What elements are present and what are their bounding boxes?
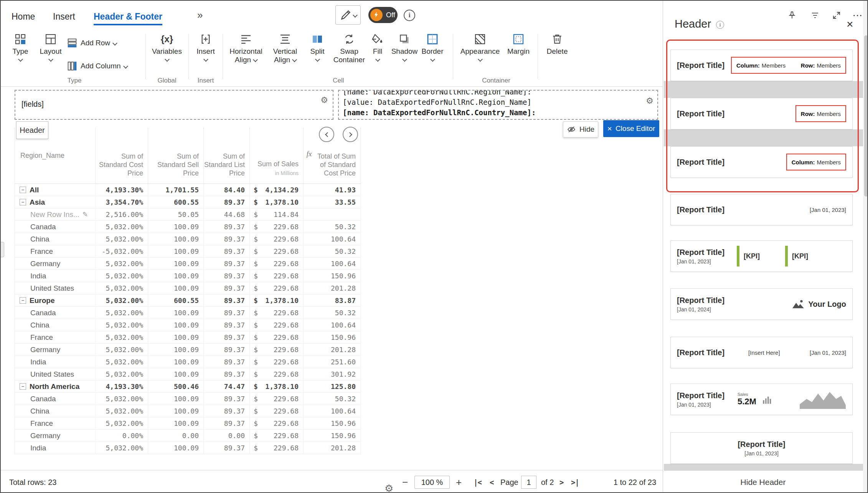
value-cell[interactable]: 89.37 [204,368,250,380]
value-cell[interactable]: $229.68 [250,430,304,442]
value-cell[interactable]: 201.28 [315,344,361,356]
swap-container-button[interactable]: SwapContainer [332,33,367,64]
table-row[interactable]: China5,032.00%100.0989.37$229.68100.64 [15,405,361,417]
row-header-cell[interactable]: France [15,331,96,343]
table-row[interactable]: China5,032.00%100.0989.37$229.68100.64 [15,319,361,331]
row-header-cell[interactable]: India [15,356,96,368]
row-header-cell[interactable]: India [15,442,96,454]
value-cell[interactable]: 100.09 [148,344,204,356]
hide-header-button[interactable]: Hide Header [663,471,863,493]
table-row[interactable]: New Row Ins...✎2,516.00%50.0544.68$114.8… [15,208,361,221]
value-cell[interactable]: 89.37 [204,245,250,257]
value-cell[interactable]: 0.00% [96,430,148,442]
value-cell[interactable]: 100.09 [148,233,204,245]
value-cell[interactable]: 89.37 [204,344,250,356]
value-cell[interactable]: $229.68 [250,417,304,429]
page-input[interactable] [521,476,536,489]
zoom-out-button[interactable]: − [402,470,408,493]
row-header-cell[interactable]: China [15,405,96,417]
table-row[interactable]: United States5,032.00%100.0989.37$229.68… [15,282,361,294]
value-cell[interactable]: 5,032.00% [96,344,148,356]
value-cell[interactable]: 5,032.00% [96,307,148,319]
value-cell[interactable]: $4,134.29 [250,184,304,196]
value-cell[interactable]: 150.96 [315,270,361,282]
value-cell[interactable]: 50.32 [315,221,361,233]
value-cell[interactable]: 100.64 [315,233,361,245]
split-button[interactable]: Split [305,33,330,61]
table-row[interactable]: Germany5,032.00%100.0989.37$229.68201.28 [15,344,361,356]
value-cell[interactable]: 5,032.00% [96,405,148,417]
border-button[interactable]: Border [420,33,445,61]
table-row[interactable]: United States5,032.00%100.0989.37$229.68… [15,368,361,381]
value-cell[interactable]: 4,193.30% [96,381,148,392]
value-cell[interactable]: $229.68 [250,393,304,405]
preview-toggle[interactable]: Off [368,7,398,23]
value-cell[interactable]: 150.96 [315,417,361,429]
value-cell[interactable]: 600.55 [148,294,204,306]
table-row[interactable]: Germany5,032.00%100.0989.37$229.68100.64 [15,258,361,270]
row-header-cell[interactable]: China [15,319,96,331]
value-cell[interactable]: 89.37 [204,282,250,294]
ribbon-overflow-icon[interactable]: » [197,9,203,21]
table-row[interactable]: India5,032.00%100.0989.37$229.68201.28 [15,442,361,454]
column-header-cost[interactable]: Sum of Standard Cost Price [96,127,148,184]
value-cell[interactable]: 5,032.00% [96,417,148,429]
table-row[interactable]: Canada5,032.00%100.0989.37$229.6850.32 [15,221,361,233]
value-cell[interactable]: 100.09 [148,368,204,380]
value-cell[interactable]: 5,032.00% [96,221,148,233]
value-cell[interactable] [315,208,361,220]
value-cell[interactable]: 33.55 [315,196,361,208]
value-cell[interactable]: 5,032.00% [96,282,148,294]
value-cell[interactable]: $114.84 [250,208,304,220]
collapse-icon[interactable]: − [20,297,26,304]
row-header-cell[interactable]: France [15,245,96,257]
value-cell[interactable]: 89.37 [204,196,250,208]
row-header-cell[interactable]: United States [15,368,96,380]
value-cell[interactable]: $229.68 [250,368,304,380]
value-cell[interactable]: 100.09 [148,282,204,294]
header-template-card[interactable]: [Report Title] [Jan 01, 2023] [670,194,853,225]
next-section-button[interactable] [343,127,358,142]
more-options-icon[interactable]: ··· [852,9,864,22]
table-row[interactable]: −Europe5,032.00%600.5589.37$1,378.1083.8… [15,294,361,307]
expand-icon[interactable] [830,9,843,22]
tab-home[interactable]: Home [12,8,35,25]
value-cell[interactable]: 100.09 [148,356,204,368]
value-cell[interactable]: $229.68 [250,344,304,356]
value-cell[interactable]: 89.37 [204,442,250,454]
value-cell[interactable]: $229.68 [250,319,304,331]
value-cell[interactable]: 50.32 [315,393,361,405]
value-cell[interactable]: 100.09 [148,258,204,270]
table-row[interactable]: −North America4,193.30%500.4674.47$1,378… [15,381,361,393]
tab-insert[interactable]: Insert [53,8,75,25]
value-cell[interactable]: 500.46 [148,381,204,392]
add-column-button[interactable]: Add Column [67,58,127,74]
type-button[interactable]: Type [8,33,33,61]
prev-section-button[interactable] [319,127,334,142]
pin-icon[interactable] [786,9,798,22]
gear-icon[interactable]: ⚙ [320,96,328,104]
value-cell[interactable]: 100.09 [148,221,204,233]
fx-indicator-icon[interactable]: fx [304,127,315,184]
value-cell[interactable]: 5,032.00% [96,319,148,331]
column-header-sell[interactable]: Sum of Standard Sell Price [148,127,204,184]
collapse-icon[interactable]: − [20,199,26,205]
header-template-card[interactable]: [Report Title] [Jan 01, 2023] Sales 5.2M [670,384,853,415]
value-cell[interactable]: 5,032.00% [96,233,148,245]
value-cell[interactable]: 100.09 [148,442,204,454]
value-cell[interactable]: 301.92 [315,368,361,380]
scrollbar-thumb[interactable] [864,35,868,197]
table-row[interactable]: France5,032.00%100.0989.37$229.68150.96 [15,417,361,430]
value-cell[interactable]: 100.09 [148,393,204,405]
value-cell[interactable]: 83.87 [315,294,361,306]
value-cell[interactable]: $229.68 [250,233,304,245]
value-cell[interactable]: 89.37 [204,405,250,417]
row-header-cell[interactable]: Canada [15,393,96,405]
table-row[interactable]: India5,032.00%100.0989.37$229.68150.96 [15,270,361,282]
insert-button[interactable]: Insert [191,33,220,61]
value-cell[interactable]: $229.68 [250,245,304,257]
delete-button[interactable]: Delete [544,33,570,56]
row-header-cell[interactable]: Canada [15,221,96,233]
table-row[interactable]: China5,032.00%100.0989.37$229.68100.64 [15,233,361,245]
value-cell[interactable]: 100.09 [148,331,204,343]
